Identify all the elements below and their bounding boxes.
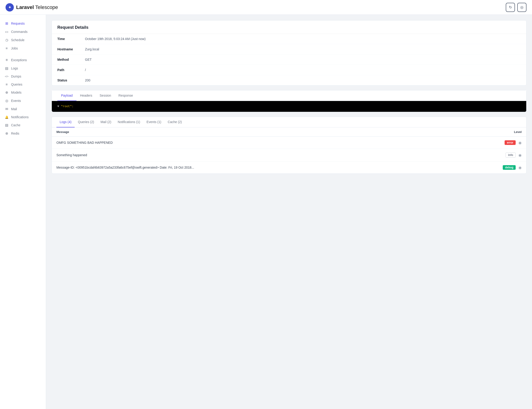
table-row: Something happened info ◉ — [52, 149, 526, 162]
sidebar-item-models[interactable]: ⊕ Models — [0, 88, 46, 97]
detail-value-path: / — [85, 68, 86, 72]
queries-icon: ≡ — [5, 82, 9, 86]
log-right-2: info ◉ — [505, 153, 522, 158]
sidebar-label-exceptions: Exceptions — [11, 58, 27, 62]
events-icon: ◎ — [5, 99, 9, 103]
status-badge: info — [505, 153, 516, 158]
detail-value-hostname: Zurg.local — [85, 47, 99, 51]
app-title: Laravel Telescope — [16, 4, 58, 10]
bottom-tab-cache[interactable]: Cache (2) — [164, 117, 185, 127]
sidebar-item-notifications[interactable]: 🔔 Notifications — [0, 113, 46, 121]
commands-icon: ▭ — [5, 30, 9, 34]
header: ✦ Laravel Telescope ↻ ◎ — [0, 0, 532, 15]
detail-row-status: Status 200 — [52, 75, 526, 85]
col-level: Level — [514, 130, 522, 134]
tab-session[interactable]: Session — [96, 91, 115, 101]
sidebar-divider-1 — [0, 52, 46, 56]
sidebar-item-logs[interactable]: ▤ Logs — [0, 64, 46, 73]
log-message-3: Message-ID: <00951bcdaf4b63972a5a233fa6c… — [57, 166, 503, 169]
view-icon[interactable]: ◉ — [518, 153, 522, 157]
table-row: Message-ID: <00951bcdaf4b63972a5a233fa6c… — [52, 162, 526, 173]
sidebar-label-cache: Cache — [11, 123, 20, 127]
bottom-tabs-bar: Logs (4) Queries (2) Mail (2) Notificati… — [52, 117, 526, 127]
sidebar-label-logs: Logs — [11, 66, 18, 70]
sidebar-item-exceptions[interactable]: ✳ Exceptions — [0, 56, 46, 64]
sidebar-item-events[interactable]: ◎ Events — [0, 97, 46, 105]
sidebar-label-events: Events — [11, 99, 21, 103]
header-actions: ↻ ◎ — [506, 3, 526, 12]
request-details-card: Request Details Time October 19th 2018, … — [52, 20, 526, 86]
bottom-tab-mail[interactable]: Mail (2) — [97, 117, 114, 127]
request-details-title: Request Details — [52, 20, 526, 34]
sidebar-label-notifications: Notifications — [11, 115, 28, 119]
detail-value-status: 200 — [85, 78, 90, 82]
sidebar-item-schedule[interactable]: ◷ Schedule — [0, 36, 46, 44]
sidebar-item-commands[interactable]: ▭ Commands — [0, 27, 46, 36]
exceptions-icon: ✳ — [5, 58, 9, 62]
bottom-tab-queries[interactable]: Queries (2) — [75, 117, 97, 127]
models-icon: ⊕ — [5, 91, 9, 95]
tab-headers[interactable]: Headers — [76, 91, 96, 101]
sidebar-label-queries: Queries — [11, 82, 22, 86]
detail-row-hostname: Hostname Zurg.local — [52, 44, 526, 55]
detail-value-method: GET — [85, 58, 92, 61]
bottom-tabs-card: Logs (4) Queries (2) Mail (2) Notificati… — [52, 117, 526, 174]
sidebar-label-schedule: Schedule — [11, 38, 24, 42]
bottom-tab-notifications[interactable]: Notifications (1) — [114, 117, 143, 127]
refresh-button[interactable]: ↻ — [506, 3, 515, 12]
sidebar-item-jobs[interactable]: ≡ Jobs — [0, 44, 46, 52]
detail-label-status: Status — [57, 78, 85, 82]
sidebar-label-models: Models — [11, 91, 21, 94]
app-title-normal: Telescope — [34, 4, 58, 10]
detail-label-method: Method — [57, 58, 85, 61]
table-header: Message Level — [52, 127, 526, 137]
notifications-icon: 🔔 — [5, 116, 9, 119]
status-badge: debug — [503, 165, 516, 170]
cache-icon: ▤ — [5, 123, 9, 127]
settings-button[interactable]: ◎ — [517, 3, 526, 12]
log-right-1: error ◉ — [504, 140, 522, 145]
code-key: "root": — [61, 105, 74, 108]
detail-row-path: Path / — [52, 65, 526, 75]
jobs-icon: ≡ — [5, 46, 9, 50]
logs-icon: ▤ — [5, 66, 9, 70]
log-right-3: debug ◉ — [503, 165, 522, 170]
mail-icon: ✉ — [5, 107, 9, 111]
sidebar-item-redis[interactable]: ⊗ Redis — [0, 129, 46, 137]
code-block: ▼ "root": — [52, 101, 526, 112]
table-row: OMFG SOMETHING BAD HAPPENED error ◉ — [52, 137, 526, 149]
sidebar-item-cache[interactable]: ▤ Cache — [0, 121, 46, 129]
main-content: Request Details Time October 19th 2018, … — [46, 15, 532, 409]
bottom-tab-logs[interactable]: Logs (4) — [57, 117, 75, 127]
sidebar-item-dumps[interactable]: </> Dumps — [0, 73, 46, 80]
status-badge: error — [504, 140, 516, 145]
log-message-2: Something happened — [57, 153, 505, 157]
sidebar-item-requests[interactable]: ⊞ Requests — [0, 19, 46, 27]
log-message-1: OMFG SOMETHING BAD HAPPENED — [57, 141, 504, 145]
detail-value-time: October 19th 2018, 5:03:24 AM (Just now) — [85, 37, 146, 41]
view-icon[interactable]: ◉ — [518, 165, 522, 170]
tab-payload[interactable]: Payload — [57, 91, 76, 101]
redis-icon: ⊗ — [5, 131, 9, 136]
sidebar-label-commands: Commands — [11, 30, 28, 34]
sidebar-item-queries[interactable]: ≡ Queries — [0, 80, 46, 88]
tab-response[interactable]: Response — [115, 91, 137, 101]
bottom-tab-events[interactable]: Events (1) — [143, 117, 164, 127]
sidebar-item-mail[interactable]: ✉ Mail — [0, 105, 46, 113]
payload-tabs-bar: Payload Headers Session Response — [52, 91, 526, 101]
sidebar-label-mail: Mail — [11, 107, 17, 111]
detail-label-hostname: Hostname — [57, 47, 85, 51]
sidebar-label-redis: Redis — [11, 132, 19, 135]
dumps-icon: </> — [5, 75, 9, 78]
detail-row-method: Method GET — [52, 55, 526, 65]
sidebar: ⊞ Requests ▭ Commands ◷ Schedule ≡ Jobs … — [0, 15, 46, 409]
col-message: Message — [57, 130, 69, 134]
view-icon[interactable]: ◉ — [518, 141, 522, 145]
logo: ✦ Laravel Telescope — [6, 3, 58, 11]
app-title-bold: Laravel — [16, 4, 34, 10]
schedule-icon: ◷ — [5, 38, 9, 42]
payload-card: Payload Headers Session Response ▼ "root… — [52, 90, 526, 112]
sidebar-label-jobs: Jobs — [11, 46, 18, 50]
sidebar-label-dumps: Dumps — [11, 74, 21, 78]
detail-label-time: Time — [57, 37, 85, 41]
